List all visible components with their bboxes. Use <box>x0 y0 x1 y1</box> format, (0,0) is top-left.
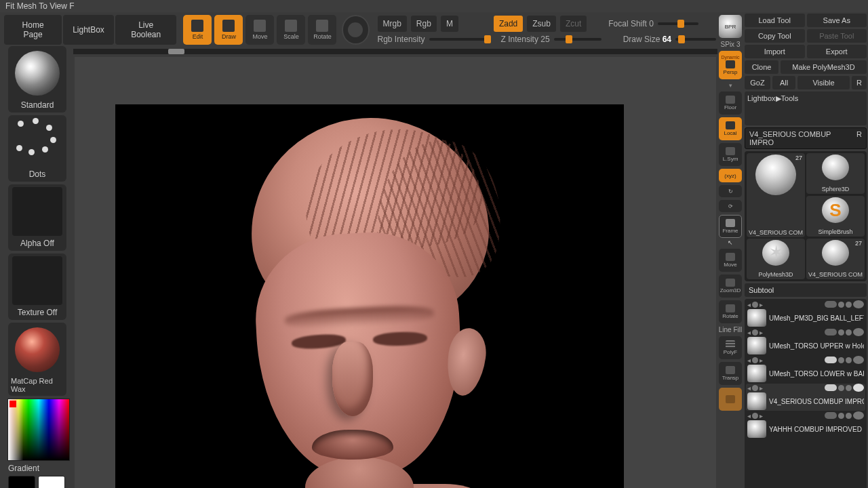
subtool-list: ◂▸ UMesh_PM3D_BIG BALL_LEFT ◂▸ UMesh_TOR… <box>745 299 867 488</box>
save-as-button[interactable]: Save As <box>807 14 867 27</box>
left-shelf: Standard Dots Alpha Off Texture Off MatC… <box>0 12 73 488</box>
gizmo-button[interactable] <box>342 15 369 45</box>
mrgb-button[interactable]: Mrgb <box>378 16 407 32</box>
timeline-scroll[interactable] <box>73 49 717 54</box>
zsub-button[interactable]: Zsub <box>527 16 556 32</box>
clone-button[interactable]: Clone <box>745 60 778 74</box>
make-polymesh-button[interactable]: Make PolyMesh3D <box>781 60 867 74</box>
polyf-button[interactable]: PolyF <box>719 336 742 359</box>
swatch-primary[interactable] <box>38 476 65 488</box>
bpr-button[interactable]: BPR <box>719 15 742 38</box>
draw-mode-button[interactable]: Draw <box>214 15 243 45</box>
export-button[interactable]: Export <box>807 45 867 58</box>
draw-size-slider[interactable] <box>675 38 716 41</box>
rotate-mode-button[interactable]: Rotate <box>308 15 336 45</box>
subtool-item[interactable]: ◂▸ YAHHH COMBUP IMPROVED E <box>746 411 865 439</box>
texture-slot[interactable]: Texture Off <box>8 253 66 320</box>
tool-grid: 27 V4_SERIOUS COM Sphere3D S SimpleBrush… <box>745 151 867 281</box>
stroke-slot[interactable]: Dots <box>8 115 66 182</box>
m-button[interactable]: M <box>441 16 458 32</box>
goz-all-button[interactable]: All <box>772 76 795 89</box>
rgb-button[interactable]: Rgb <box>411 16 437 32</box>
move-view-button[interactable]: Move <box>719 249 742 272</box>
color-swatches <box>8 476 72 488</box>
tool-thumb-icon <box>755 155 796 195</box>
tool-cell-polymesh3d[interactable]: ✶ PolyMesh3D <box>747 239 805 279</box>
center-area: Home Page LightBox Live Boolean Edit Dra… <box>73 12 717 488</box>
goz-button[interactable]: GoZ <box>745 76 770 89</box>
tool-cell-simplebrush[interactable]: S SimpleBrush <box>806 196 865 237</box>
focal-shift-slider[interactable] <box>658 22 698 25</box>
material-icon <box>15 327 60 372</box>
color-picker[interactable] <box>7 399 70 461</box>
document-canvas[interactable] <box>115 104 624 488</box>
paste-tool-button[interactable]: Paste Tool <box>807 29 867 43</box>
brush-icon <box>15 51 60 96</box>
ghost-button[interactable] <box>719 388 742 411</box>
eye-icon[interactable] <box>853 356 864 364</box>
rot-b-button[interactable]: ⟳ <box>719 200 742 212</box>
floor-icon <box>726 96 735 104</box>
viewport[interactable] <box>75 57 716 488</box>
move-mode-button[interactable]: Move <box>245 15 274 45</box>
tool-cell-sphere3d[interactable]: Sphere3D <box>806 153 865 194</box>
edit-mode-button[interactable]: Edit <box>183 15 212 45</box>
eye-icon[interactable] <box>853 384 864 392</box>
material-label: MatCap Red Wax <box>11 377 64 393</box>
eye-icon[interactable] <box>853 328 864 336</box>
gradient-label[interactable]: Gradient <box>8 464 72 473</box>
right-toolstrip: BPR SPix 3 Dynamic Persp ▾ Floor Local L… <box>717 12 743 488</box>
tool-panel: Load ToolSave As Copy ToolPaste Tool Imp… <box>743 12 868 488</box>
lightbox-button[interactable]: LightBox <box>63 15 114 45</box>
persp-button[interactable]: Dynamic Persp <box>719 51 742 79</box>
transp-button[interactable]: Transp <box>719 362 742 385</box>
material-slot[interactable]: MatCap Red Wax <box>8 323 66 396</box>
rot-a-button[interactable]: ↻ <box>719 185 742 197</box>
rotate-icon <box>316 20 328 32</box>
local-button[interactable]: Local <box>719 117 742 140</box>
lsym-button[interactable]: L.Sym <box>719 143 742 166</box>
zcut-button[interactable]: Zcut <box>560 16 587 32</box>
goz-r-button[interactable]: R <box>852 76 867 89</box>
zoom3d-button[interactable]: Zoom3D <box>719 274 742 298</box>
tool-cell-v4[interactable]: 27 V4_SERIOUS COM <box>806 239 865 279</box>
import-button[interactable]: Import <box>745 45 805 58</box>
rgb-intensity-label: Rgb Intensity <box>378 35 425 44</box>
home-button[interactable]: Home Page <box>4 15 62 45</box>
move-icon <box>254 20 266 32</box>
zadd-button[interactable]: Zadd <box>494 16 523 32</box>
liveboolean-button[interactable]: Live Boolean <box>115 15 177 45</box>
xyz-button[interactable]: (xyz) <box>719 169 742 182</box>
rgb-intensity-slider[interactable] <box>429 38 490 41</box>
spix-label[interactable]: SPix 3 <box>721 41 741 48</box>
eye-icon[interactable] <box>853 300 864 308</box>
lightbox-tools-button[interactable]: Lightbox▶Tools <box>745 92 867 125</box>
subtool-item[interactable]: ◂▸ UMesh_TORSO LOWER w BALL <box>746 356 865 383</box>
mesh-head <box>224 118 515 488</box>
goz-visible-button[interactable]: Visible <box>797 76 850 89</box>
eye-icon[interactable] <box>853 411 864 420</box>
copy-tool-button[interactable]: Copy Tool <box>745 29 805 43</box>
persp-icon <box>726 60 735 68</box>
subtool-item[interactable]: ◂▸ V4_SERIOUS COMBUP IMPROV <box>746 384 865 411</box>
frame-icon <box>726 219 735 227</box>
scale-mode-button[interactable]: Scale <box>277 15 305 45</box>
dots-icon <box>12 118 62 167</box>
subtool-item[interactable]: ◂▸ UMesh_PM3D_BIG BALL_LEFT <box>746 300 865 327</box>
floor-button[interactable]: Floor <box>719 92 742 115</box>
load-tool-button[interactable]: Load Tool <box>745 14 805 27</box>
swatch-secondary[interactable] <box>8 476 35 488</box>
rotate-view-button[interactable]: Rotate <box>719 300 742 323</box>
top-toolbar: Home Page LightBox Live Boolean Edit Dra… <box>73 12 717 47</box>
alpha-slot[interactable]: Alpha Off <box>8 184 66 251</box>
brush-label: Standard <box>21 100 54 110</box>
project-name[interactable]: V4_SERIOUS COMBUP IMPROR <box>745 127 867 149</box>
z-intensity-slider[interactable] <box>554 38 601 41</box>
texture-label: Texture Off <box>18 308 57 317</box>
lsym-icon <box>726 147 735 155</box>
brush-slot[interactable]: Standard <box>8 46 66 113</box>
subtool-item[interactable]: ◂▸ UMesh_TORSO UPPER w Hole J <box>746 328 865 355</box>
tool-cell-active[interactable]: 27 V4_SERIOUS COM <box>747 153 805 237</box>
frame-button[interactable]: Frame <box>719 215 742 238</box>
subtool-header[interactable]: Subtool <box>745 283 867 297</box>
